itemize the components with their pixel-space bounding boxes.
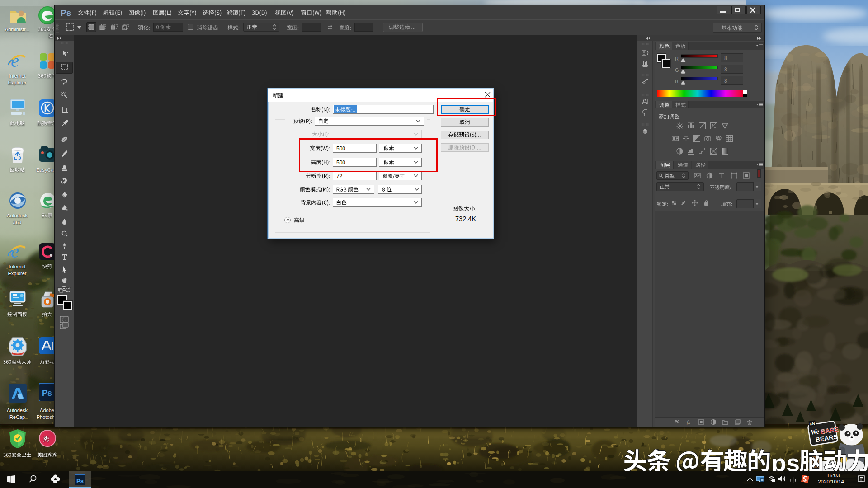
svg-text:e: e (11, 242, 19, 262)
svg-text:e: e (11, 52, 19, 71)
svg-text:CN: CN (809, 422, 815, 427)
svg-text:Ps: Ps (42, 389, 52, 398)
svg-text:We: We (810, 427, 820, 436)
svg-text:fx: fx (687, 419, 690, 425)
